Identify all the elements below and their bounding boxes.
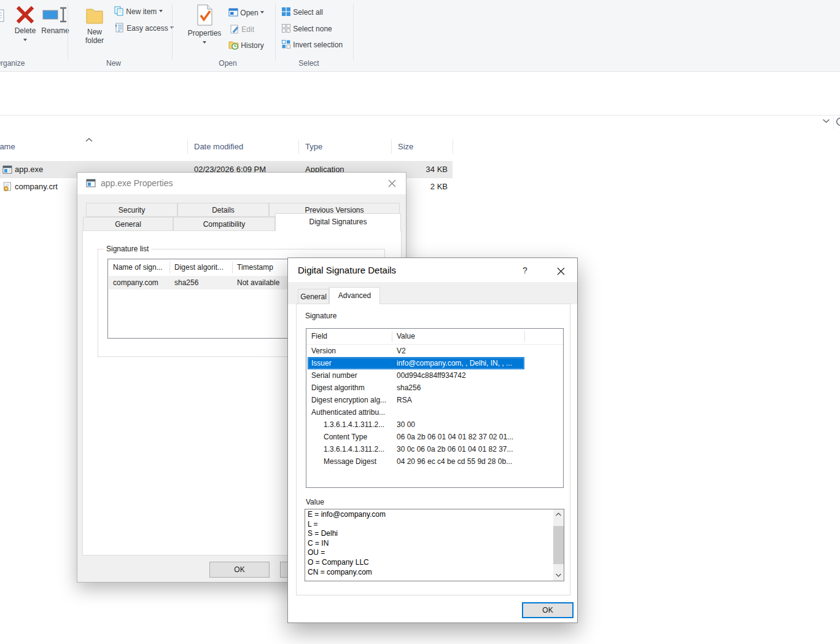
field-name: Authenticated attribu... (311, 406, 385, 418)
field-name: 1.3.6.1.4.1.311.2... (324, 418, 384, 431)
ok-button[interactable]: OK (209, 562, 270, 578)
field-row-9[interactable]: Message Digest04 20 96 ec c4 be cd 55 9d… (306, 455, 563, 468)
properties-label: Properties (184, 29, 225, 37)
field-row-8[interactable]: 1.3.6.1.4.1.311.2...30 0c 06 0a 2b 06 01… (306, 443, 563, 455)
field-value: 04 20 96 ec c4 be cd 55 9d 28 0b... (397, 455, 512, 468)
easy-access-icon (115, 24, 126, 33)
column-separator[interactable] (232, 262, 233, 273)
tab-details[interactable]: Details (177, 203, 269, 217)
new-item-button[interactable]: New item (114, 6, 163, 18)
ok-button[interactable]: OK (522, 602, 574, 618)
field-name: Message Digest (324, 455, 376, 468)
field-row-5[interactable]: Authenticated attribu... (306, 406, 563, 418)
new-item-icon (114, 7, 126, 16)
value-column-header[interactable]: Value (397, 329, 415, 344)
open-label: Open (240, 9, 258, 17)
help-icon[interactable]: ? (516, 262, 534, 278)
properties-caret (203, 41, 206, 45)
field-value: 00d994c884ff934742 (397, 369, 466, 382)
scroll-down-icon[interactable] (553, 570, 564, 581)
open-button[interactable]: Open (228, 7, 264, 20)
history-label: History (241, 41, 263, 50)
edit-label: Edit (241, 25, 254, 34)
properties-dialog-title: app.exe Properties (101, 173, 173, 194)
properties-icon (194, 20, 215, 29)
ribbon-separator (275, 4, 276, 60)
column-separator[interactable] (524, 331, 525, 342)
chevron-down-icon (822, 117, 830, 125)
clipped-ribbon-icon (0, 9, 5, 25)
field-row-6[interactable]: 1.3.6.1.4.1.311.2...30 00 (306, 418, 563, 431)
header-separator (187, 139, 188, 154)
column-header-type[interactable]: Type (305, 140, 322, 154)
value-textbox[interactable]: E = info@company.com L = S = Delhi C = I… (305, 509, 564, 581)
invert-selection-button[interactable]: Invert selection (281, 39, 343, 52)
easy-access-button[interactable]: Easy access (115, 23, 174, 35)
certificate-icon (2, 182, 12, 192)
delete-button[interactable]: Delete (11, 5, 39, 54)
address-bar-border (0, 115, 840, 116)
vertical-scrollbar[interactable] (553, 509, 564, 581)
header-separator (453, 139, 453, 154)
invert-selection-icon (281, 41, 293, 49)
value-text: E = info@company.com L = S = Delhi C = I… (308, 510, 551, 580)
scroll-up-icon[interactable] (553, 509, 564, 520)
file-name: company.crt (15, 178, 58, 195)
column-separator[interactable] (392, 331, 392, 342)
field-value: info@company.com, , Delhi, IN, , ... (397, 357, 512, 369)
close-icon[interactable] (551, 262, 570, 278)
field-value: 30 0c 06 0a 2b 06 01 04 01 82 37... (397, 443, 513, 455)
column-header-date-modified[interactable]: Date modified (194, 140, 243, 154)
details-titlebar[interactable]: Digital Signature Details ? (288, 258, 577, 282)
field-row-0[interactable]: VersionV2 (306, 345, 563, 357)
edit-button[interactable]: Edit (230, 24, 254, 36)
address-dropdown-button[interactable] (819, 117, 833, 129)
signature-list-label: Signature list (104, 245, 151, 253)
delete-label: Delete (11, 26, 39, 35)
scrollbar-thumb[interactable] (553, 526, 564, 564)
field-row-4[interactable]: Digest encryption alg...RSA (306, 394, 563, 406)
tab-general[interactable]: General (83, 217, 173, 231)
select-all-label: Select all (293, 8, 323, 17)
tab-security[interactable]: Security (86, 203, 177, 217)
field-column-header[interactable]: Field (311, 329, 327, 344)
properties-button[interactable]: Properties (184, 4, 225, 58)
digital-signature-details-dialog: Digital Signature Details ? General Adva… (287, 257, 578, 623)
close-icon[interactable] (388, 179, 396, 187)
properties-titlebar[interactable]: app.exe Properties (77, 173, 406, 194)
sig-col-timestamp[interactable]: Timestamp (237, 259, 273, 276)
tab-advanced[interactable]: Advanced (329, 287, 380, 304)
sig-col-digest[interactable]: Digest algorit... (174, 259, 224, 276)
new-folder-button[interactable]: New folder (79, 5, 111, 58)
ribbon-group-select: Select (294, 59, 324, 69)
signature-fields-table[interactable]: Field Value VersionV2Issuerinfo@company.… (306, 328, 564, 488)
field-row-1[interactable]: Issuerinfo@company.com, , Delhi, IN, , .… (306, 357, 563, 369)
column-separator[interactable] (169, 262, 170, 273)
easy-access-label: Easy access (126, 24, 168, 33)
sig-col-name[interactable]: Name of sign... (113, 259, 163, 276)
tab-general[interactable]: General (298, 289, 329, 304)
tab-compatibility[interactable]: Compatibility (173, 217, 275, 231)
column-header-name[interactable]: Name (0, 140, 15, 154)
field-name: Digest encryption alg... (311, 394, 386, 406)
delete-dropdown-caret (23, 39, 27, 43)
field-value: 30 00 (397, 418, 415, 431)
field-row-2[interactable]: Serial number00d994c884ff934742 (306, 369, 563, 382)
signature-fields: VersionV2Issuerinfo@company.com, , Delhi… (306, 345, 563, 468)
advanced-page: Signature Field Value VersionV2Issuerinf… (296, 304, 570, 595)
new-folder-icon (85, 19, 104, 28)
ribbon-group-organize: Organize (0, 59, 29, 69)
tab-digital-signatures[interactable]: Digital Signatures (275, 213, 401, 231)
field-row-7[interactable]: Content Type06 0a 2b 06 01 04 01 82 37 0… (306, 431, 563, 443)
ribbon-group-new: New (98, 59, 129, 69)
new-item-caret (159, 10, 163, 14)
details-dialog-title: Digital Signature Details (298, 258, 396, 282)
field-row-3[interactable]: Digest algorithmsha256 (306, 382, 563, 394)
history-button[interactable]: History (228, 40, 264, 52)
select-none-button[interactable]: Select none (281, 23, 332, 36)
explorer-ribbon: Delete Rename Organize New folder New it… (0, 0, 840, 72)
open-caret (260, 11, 264, 15)
column-header-size[interactable]: Size (398, 140, 413, 154)
refresh-button[interactable] (835, 117, 840, 129)
select-all-button[interactable]: Select all (281, 7, 323, 19)
